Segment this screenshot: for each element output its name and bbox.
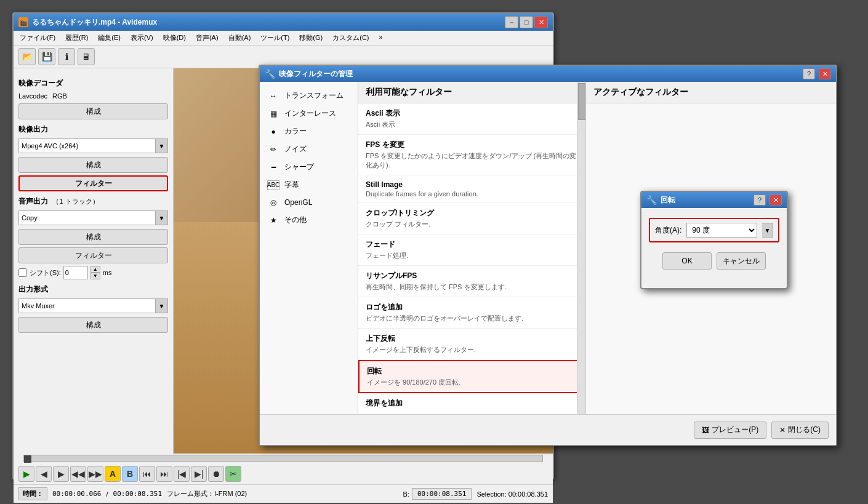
menu-edit[interactable]: 編集(E) bbox=[94, 32, 124, 44]
angle-select-arrow[interactable]: ▼ bbox=[762, 223, 773, 238]
filter-fade-name: フェード bbox=[366, 239, 578, 250]
menu-video[interactable]: 映像(D) bbox=[159, 32, 190, 44]
mark-b-button[interactable]: B bbox=[122, 466, 138, 482]
cat-subtitle[interactable]: ABC 字幕 bbox=[260, 176, 358, 194]
audio-config-button[interactable]: 構成 bbox=[18, 229, 168, 245]
menu-move[interactable]: 移動(G) bbox=[295, 32, 326, 44]
scrubber[interactable] bbox=[23, 455, 543, 462]
cut-button[interactable]: ✂ bbox=[225, 466, 241, 482]
cat-other-label: その他 bbox=[284, 215, 307, 225]
filter-border[interactable]: 境界を追加 bbox=[358, 393, 585, 414]
filter-crop[interactable]: クロップ/トリミング クロップ フィルター. bbox=[358, 203, 585, 234]
sharpen-icon: ━ bbox=[267, 162, 279, 172]
shift-input[interactable] bbox=[63, 266, 88, 279]
menu-more[interactable]: » bbox=[376, 32, 387, 44]
menu-file[interactable]: ファイル(F) bbox=[16, 32, 59, 44]
rotation-dialog: 🔧 回転 ? ✕ 角度(A): 90 度 180 度 270 度 ▼ OK キャ… bbox=[640, 191, 788, 289]
prev-frame-button[interactable]: ◀ bbox=[36, 466, 52, 482]
mark-a-button[interactable]: A bbox=[105, 466, 121, 482]
angle-select[interactable]: 90 度 180 度 270 度 bbox=[686, 223, 757, 238]
maximize-button[interactable]: □ bbox=[520, 16, 533, 28]
rotation-dialog-content: 角度(A): 90 度 180 度 270 度 ▼ OK キャンセル bbox=[641, 208, 787, 279]
cat-interlace-label: インターレース bbox=[284, 108, 336, 119]
filter-dialog-close-button[interactable]: ✕ 閉じる(C) bbox=[771, 422, 829, 439]
cat-opengl[interactable]: ◎ OpenGL bbox=[260, 194, 358, 211]
filter-ascii[interactable]: Ascii 表示 Ascii 表示 bbox=[358, 103, 585, 135]
cat-opengl-label: OpenGL bbox=[284, 198, 312, 207]
format-dropdown-arrow[interactable]: ▼ bbox=[156, 298, 168, 313]
open-button[interactable]: 📂 bbox=[18, 48, 36, 65]
filter-still[interactable]: Still Image Duplicate frames for a given… bbox=[358, 175, 585, 203]
filter-help-button[interactable]: ? bbox=[803, 68, 815, 79]
audio-codec-select[interactable]: Copy bbox=[18, 210, 156, 225]
next-keyframe-button[interactable]: ▶| bbox=[191, 466, 207, 482]
format-select[interactable]: Mkv Muxer bbox=[18, 298, 156, 313]
video-filter-button[interactable]: フィルター bbox=[18, 175, 168, 191]
cat-sharpen-label: シャープ bbox=[284, 162, 314, 172]
format-dropdown-row: Mkv Muxer ▼ bbox=[18, 298, 168, 313]
filter-rotate[interactable]: 回転 イメージを 90/180/270 度回転. bbox=[358, 360, 585, 393]
menu-custom[interactable]: カスタム(C) bbox=[329, 32, 372, 44]
other-icon: ★ bbox=[267, 215, 279, 225]
prev-keyframe-button[interactable]: |◀ bbox=[174, 466, 190, 482]
next-frame-button[interactable]: ▶ bbox=[53, 466, 69, 482]
video-output-config-button[interactable]: 構成 bbox=[18, 157, 168, 173]
preview-button[interactable]: 🖼 プレビュー(P) bbox=[694, 422, 766, 439]
rotation-help-button[interactable]: ? bbox=[753, 194, 766, 206]
audio-codec-dropdown-arrow[interactable]: ▼ bbox=[156, 210, 168, 225]
close-button[interactable]: ✕ bbox=[534, 16, 548, 28]
cat-noise[interactable]: ✏ ノイズ bbox=[260, 140, 358, 158]
save-button[interactable]: 💾 bbox=[38, 48, 55, 65]
rotation-dialog-icon: 🔧 bbox=[646, 195, 657, 205]
filter-resample[interactable]: リサンプルFPS 再生時間、同期を保持して FPS を変更します. bbox=[358, 266, 585, 297]
shift-up[interactable]: ▲ bbox=[90, 266, 100, 273]
audio-filter-button[interactable]: フィルター bbox=[18, 247, 168, 263]
filter-fade[interactable]: フェード フェード処理. bbox=[358, 234, 585, 266]
filter-close-x-button[interactable]: ✕ bbox=[819, 68, 831, 79]
rotation-ok-button[interactable]: OK bbox=[662, 252, 712, 270]
fast-forward-button[interactable]: ▶▶ bbox=[87, 466, 103, 482]
goto-end-button[interactable]: ⏭ bbox=[156, 466, 172, 482]
copy-button[interactable]: ⏺ bbox=[208, 466, 224, 482]
rotation-cancel-button[interactable]: キャンセル bbox=[717, 252, 766, 270]
scrubber-thumb[interactable] bbox=[24, 455, 31, 463]
filter-fps[interactable]: FPS を変更 FPS を変更したかのようにビデオ速度をダウン/アップ (再生時… bbox=[358, 135, 585, 175]
rgb-label: RGB bbox=[52, 92, 67, 100]
info-button[interactable]: ℹ bbox=[58, 48, 75, 65]
play-button[interactable]: ▶ bbox=[18, 466, 34, 482]
filter-logo[interactable]: ロゴを追加 ビデオに半透明のロゴをオーバーレイで配置します. bbox=[358, 297, 585, 329]
shift-down[interactable]: ▼ bbox=[90, 273, 100, 279]
rotation-close-button[interactable]: ✕ bbox=[770, 194, 782, 206]
filter-fade-desc: フェード処理. bbox=[366, 251, 578, 260]
display-button[interactable]: 🖥 bbox=[78, 48, 95, 65]
cat-color[interactable]: ● カラー bbox=[260, 122, 358, 140]
menu-view[interactable]: 表示(V) bbox=[127, 32, 157, 44]
rewind-button[interactable]: ◀◀ bbox=[70, 466, 86, 482]
menu-history[interactable]: 履歴(R) bbox=[62, 32, 92, 44]
menu-tools[interactable]: ツール(T) bbox=[257, 32, 293, 44]
video-codec-dropdown-arrow[interactable]: ▼ bbox=[156, 138, 168, 153]
cat-noise-label: ノイズ bbox=[284, 144, 307, 154]
cat-transform[interactable]: ↔ トランスフォーム bbox=[260, 87, 358, 105]
menu-auto[interactable]: 自動(A) bbox=[225, 32, 255, 44]
filter-still-desc: Duplicate frames for a given duration. bbox=[366, 190, 578, 198]
active-filters-header: アクティブなフィルター bbox=[586, 82, 836, 103]
angle-label: 角度(A): bbox=[655, 225, 681, 236]
scrollbar-thumb bbox=[578, 83, 585, 120]
goto-start-button[interactable]: ⏮ bbox=[139, 466, 155, 482]
video-codec-select[interactable]: Mpeg4 AVC (x264) bbox=[18, 138, 156, 153]
interlace-icon: ▦ bbox=[267, 109, 279, 119]
filter-list-panel: 利用可能なフィルター Ascii 表示 Ascii 表示 FPS を変更 FPS… bbox=[358, 82, 586, 414]
cat-interlace[interactable]: ▦ インターレース bbox=[260, 105, 358, 122]
color-icon: ● bbox=[267, 127, 279, 137]
format-config-button[interactable]: 構成 bbox=[18, 317, 168, 333]
cat-sharpen[interactable]: ━ シャープ bbox=[260, 158, 358, 176]
cat-other[interactable]: ★ その他 bbox=[260, 211, 358, 229]
shift-checkbox[interactable] bbox=[18, 268, 27, 277]
filter-flip[interactable]: 上下反転 イメージを上下反転するフィルター. bbox=[358, 329, 585, 360]
time-bar: 時間： 00:00:00.066 / 00:00:08.351 フレーム形式：I… bbox=[14, 484, 553, 503]
filter-list-scrollbar[interactable] bbox=[577, 82, 585, 414]
minimize-button[interactable]: － bbox=[505, 16, 518, 28]
video-decoder-config-button[interactable]: 構成 bbox=[18, 103, 168, 119]
menu-audio[interactable]: 音声(A) bbox=[192, 32, 222, 44]
